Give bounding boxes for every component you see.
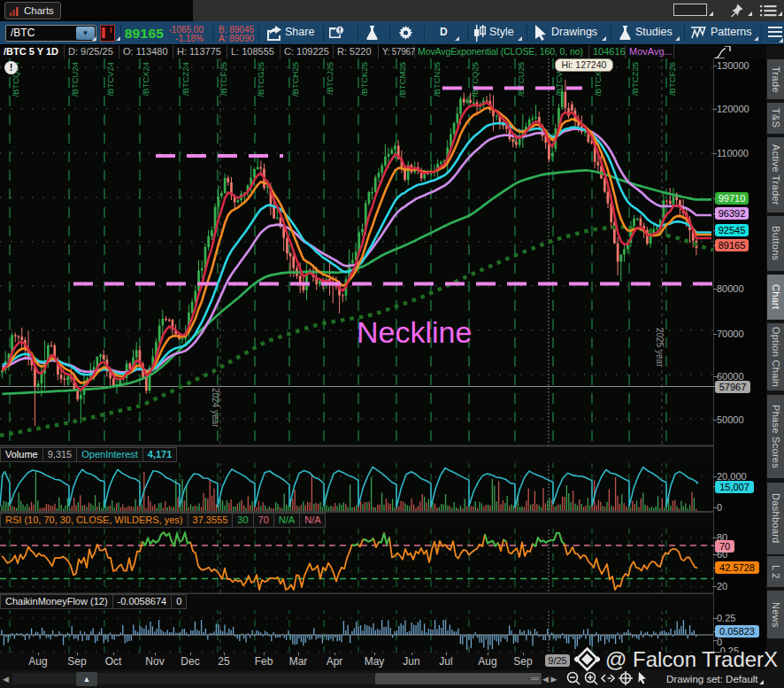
- svg-text:/BTCF25: /BTCF25: [219, 62, 228, 96]
- svg-text:/BTCJ25: /BTCJ25: [325, 62, 334, 95]
- svg-text:/BTCG25: /BTCG25: [256, 62, 265, 97]
- svg-text:/BTCZ25: /BTCZ25: [630, 62, 640, 96]
- svg-text:/BTCQ25: /BTCQ25: [470, 62, 480, 97]
- svg-text:/BTCF26: /BTCF26: [667, 62, 677, 96]
- svg-text:/BTCK25: /BTCK25: [359, 62, 369, 97]
- svg-text:/BTCU24: /BTCU24: [70, 62, 80, 97]
- svg-text:/BTCZ24: /BTCZ24: [181, 62, 190, 96]
- svg-text:/BTCV24: /BTCV24: [105, 62, 115, 97]
- svg-text:/BTCH25: /BTCH25: [290, 62, 300, 97]
- svg-text:/BTCU25: /BTCU25: [516, 62, 526, 97]
- svg-text:/BTCM25: /BTCM25: [397, 62, 407, 97]
- svg-text:/BTCN25: /BTCN25: [432, 62, 442, 97]
- svg-text:/BTCX24: /BTCX24: [141, 62, 150, 97]
